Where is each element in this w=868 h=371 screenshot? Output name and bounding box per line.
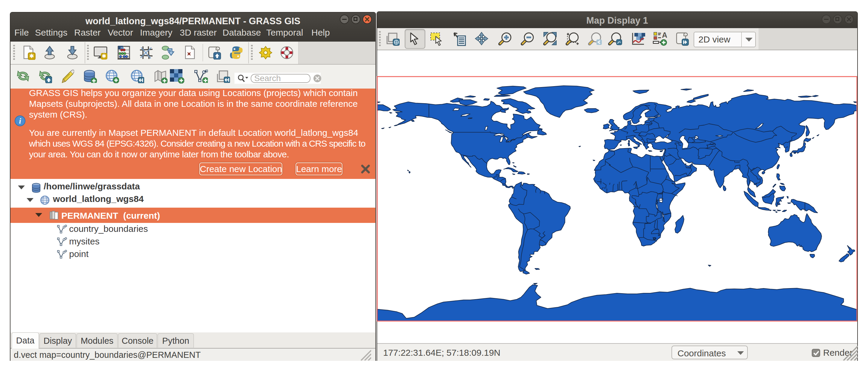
svg-text:A: A <box>662 32 667 39</box>
svg-text:✱: ✱ <box>102 53 106 59</box>
svg-text:i: i <box>19 117 21 125</box>
svg-text:✱: ✱ <box>29 53 34 59</box>
